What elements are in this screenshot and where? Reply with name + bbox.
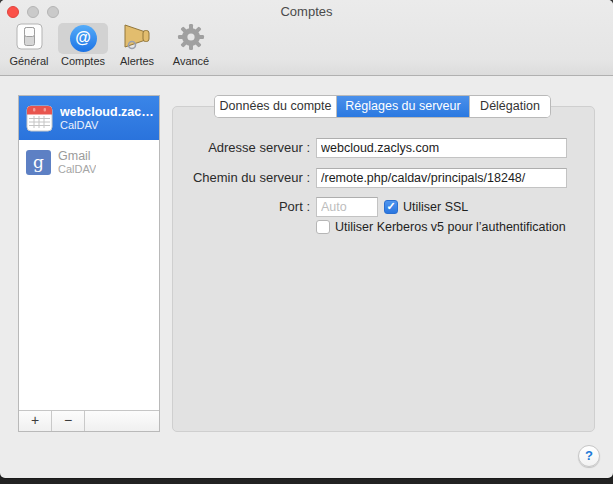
tab-delegation[interactable]: Délégation — [470, 96, 550, 117]
titlebar-toolbar: Comptes Général @ — [0, 0, 613, 76]
help-button[interactable]: ? — [578, 445, 600, 467]
preferences-window: Comptes Général @ — [0, 0, 613, 478]
server-address-label: Adresse serveur : — [172, 138, 310, 158]
port-input[interactable] — [316, 197, 378, 217]
tab-donnees-du-compte[interactable]: Données du compte — [215, 96, 337, 117]
kerberos-checkbox-label: Utiliser Kerberos v5 pour l’authentifica… — [335, 218, 566, 236]
tab-bar: Données du compte Réglages du serveur Dé… — [215, 96, 550, 117]
toolbar-item-alertes[interactable]: Alertes — [112, 23, 162, 67]
account-row-gmail[interactable]: g Gmail CalDAV — [19, 140, 159, 184]
account-name: Gmail — [58, 149, 96, 163]
megaphone-icon — [123, 23, 151, 54]
account-name: webcloud.zac… — [60, 105, 154, 119]
account-row-webcloud[interactable]: webcloud.zac… CalDAV — [19, 96, 159, 140]
accounts-list: webcloud.zac… CalDAV g Gmail CalDAV — [19, 96, 159, 410]
toolbar-item-general[interactable]: Général — [4, 23, 54, 67]
google-icon: g — [26, 150, 51, 175]
account-type: CalDAV — [60, 119, 154, 131]
calendar-icon — [26, 105, 53, 132]
toolbar-label-general: Général — [7, 55, 50, 67]
port-label: Port : — [172, 197, 310, 217]
at-icon: @ — [70, 25, 97, 52]
server-path-label: Chemin du serveur : — [172, 168, 310, 188]
accounts-sidebar: webcloud.zac… CalDAV g Gmail CalDAV + − — [18, 95, 160, 432]
tab-reglages-du-serveur[interactable]: Réglages du serveur — [337, 96, 470, 117]
sidebar-button-strip: + − — [19, 410, 159, 431]
ssl-checkbox-label: Utiliser SSL — [403, 198, 468, 216]
preferences-toolbar: Général @ Comptes — [4, 23, 216, 67]
toolbar-label-alertes: Alertes — [118, 55, 156, 67]
server-path-input[interactable] — [316, 168, 567, 188]
toolbar-item-comptes[interactable]: @ Comptes — [58, 23, 108, 67]
remove-account-button[interactable]: − — [52, 411, 85, 431]
server-address-input[interactable] — [316, 138, 567, 158]
kerberos-checkbox[interactable] — [316, 220, 330, 234]
gear-icon — [177, 23, 205, 55]
toolbar-label-comptes: Comptes — [59, 55, 107, 67]
add-account-button[interactable]: + — [19, 411, 52, 431]
window-title: Comptes — [0, 4, 613, 19]
toolbar-label-avance: Avancé — [171, 55, 212, 67]
ssl-checkbox[interactable] — [384, 200, 398, 214]
toolbar-item-avance[interactable]: Avancé — [166, 23, 216, 67]
light-switch-icon — [16, 23, 43, 54]
account-type: CalDAV — [58, 163, 96, 175]
